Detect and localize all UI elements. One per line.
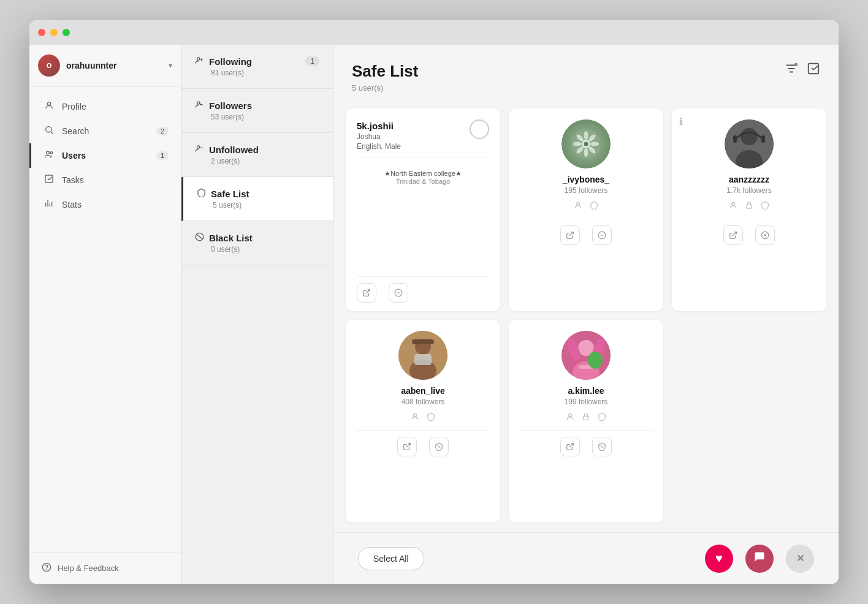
sidebar-item-profile[interactable]: Profile (29, 94, 181, 119)
shield-icon-2 (761, 201, 769, 211)
nav-label-search: Search (62, 126, 89, 136)
card-aabenlive: aaben_live 408 followers (346, 320, 500, 523)
status-icons-akimlee (566, 412, 606, 423)
status-icons-ivybones (574, 201, 598, 211)
nav-label-users: Users (62, 151, 86, 160)
avatar-aabenlive (398, 331, 447, 380)
school-5kjoshii: ★North Eastern college★ (357, 170, 489, 178)
followers-nav-item[interactable]: Followers 53 user(s) (181, 89, 333, 133)
heart-action-button[interactable]: ♥ (705, 545, 733, 573)
dismiss-action-button[interactable]: ✕ (786, 545, 814, 573)
open-btn-aanzzzzzz[interactable] (723, 225, 743, 245)
card-actions-akimlee (560, 437, 612, 456)
lock-icon-2 (582, 412, 590, 423)
card-aanzzzzzz: ℹ aanzzzzzz 1.7k followers (672, 108, 826, 311)
username-aanzzzzzz: aanzzzzzz (729, 175, 769, 184)
avatar-ivybones (562, 119, 611, 168)
svg-point-4 (50, 152, 52, 154)
svg-point-30 (584, 142, 588, 146)
sidebar: O orahuunnter ▾ Profile S (29, 45, 181, 584)
card-actions-aabenlive (397, 437, 449, 456)
card-akimlee: a.kim.lee 199 followers (509, 320, 663, 523)
search-icon (44, 125, 55, 137)
following-badge: 1 (305, 56, 319, 66)
svg-rect-56 (412, 339, 434, 344)
account-selector[interactable]: O orahuunnter ▾ (29, 45, 181, 87)
open-btn-aabenlive[interactable] (397, 437, 417, 456)
svg-line-72 (601, 445, 604, 448)
cards-grid: 5k.joshii Joshua English, Male ★North Ea… (333, 99, 839, 532)
sidebar-item-tasks[interactable]: Tasks (29, 168, 181, 192)
account-name: orahuunnter (66, 61, 162, 70)
main-header: Safe List 5 user(s) (333, 45, 839, 99)
followers-count: 53 user(s) (195, 113, 319, 121)
svg-point-59 (414, 413, 417, 417)
svg-point-11 (47, 569, 47, 570)
titlebar (29, 20, 839, 45)
chat-action-button[interactable] (745, 545, 774, 573)
displayname-5kjoshii: Joshua (357, 132, 401, 141)
select-all-button[interactable]: Select All (358, 547, 424, 570)
remove-btn-5kjoshii[interactable] (389, 283, 408, 303)
followers-ivybones: 195 followers (565, 186, 608, 195)
chat-icon (753, 551, 766, 566)
maximize-button[interactable] (63, 29, 70, 36)
shield-status-icon (590, 201, 598, 211)
svg-line-50 (733, 232, 736, 236)
svg-line-2 (51, 132, 53, 134)
avatar-aanzzzzzz (725, 119, 774, 168)
open-btn-ivybones[interactable] (560, 225, 580, 245)
shield-icon-3 (427, 412, 435, 423)
safelist-nav-item[interactable]: Safe List 5 user(s) (181, 177, 333, 221)
page-title: Safe List (352, 62, 418, 81)
following-icon (195, 56, 204, 67)
followers-aabenlive: 408 followers (402, 398, 445, 406)
person-icon-3 (411, 412, 419, 423)
open-btn-akimlee[interactable] (560, 437, 580, 456)
users-badge: 1 (156, 151, 169, 160)
status-icons-aabenlive (411, 412, 435, 423)
remove-btn-akimlee[interactable] (592, 437, 612, 456)
remove-btn-aabenlive[interactable] (429, 437, 449, 456)
search-badge: 2 (156, 127, 169, 135)
nav-label-tasks: Tasks (62, 175, 84, 185)
close-icon: ✕ (796, 553, 804, 564)
svg-point-3 (47, 151, 50, 154)
following-nav-item[interactable]: Following 1 81 user(s) (181, 45, 333, 89)
svg-point-31 (584, 131, 588, 140)
unfollowed-count: 2 user(s) (195, 157, 319, 165)
group-icon (44, 149, 55, 162)
help-feedback-button[interactable]: Help & Feedback (29, 552, 181, 584)
svg-point-69 (569, 413, 572, 417)
avatar-initials: O (47, 62, 52, 69)
minimize-button[interactable] (50, 29, 58, 36)
status-icons-aanzzzzzz (729, 201, 769, 211)
username-aabenlive: aaben_live (401, 386, 445, 396)
app-window: O orahuunnter ▾ Profile S (29, 20, 839, 584)
svg-point-1 (46, 127, 51, 132)
open-btn-5kjoshii[interactable] (357, 283, 376, 303)
safelist-icon (197, 188, 206, 199)
sidebar-item-search[interactable]: Search 2 (29, 119, 181, 143)
svg-line-40 (569, 232, 573, 236)
svg-point-44 (740, 128, 758, 145)
blacklist-count: 0 user(s) (195, 245, 319, 254)
select-circle-5kjoshii[interactable] (470, 119, 489, 139)
unfollowed-nav-item[interactable]: Unfollowed 2 user(s) (181, 133, 333, 177)
sidebar-item-stats[interactable]: Stats (29, 192, 181, 217)
remove-btn-ivybones[interactable] (592, 225, 612, 245)
info-icon: ℹ (679, 116, 683, 127)
svg-line-71 (569, 444, 573, 447)
search-filter-icon[interactable] (785, 62, 798, 78)
blacklist-nav-item[interactable]: Black List 0 user(s) (181, 221, 333, 265)
page-subtitle: 5 user(s) (352, 83, 418, 92)
help-label: Help & Feedback (58, 564, 119, 573)
close-button[interactable] (38, 29, 45, 36)
svg-rect-70 (584, 416, 588, 420)
following-title: Following (209, 56, 300, 67)
svg-point-0 (47, 102, 50, 105)
select-icon[interactable] (807, 62, 820, 78)
remove-btn-aanzzzzzz[interactable] (755, 225, 775, 245)
sidebar-item-users[interactable]: Users 1 (29, 143, 181, 168)
nav-label-stats: Stats (62, 200, 82, 210)
